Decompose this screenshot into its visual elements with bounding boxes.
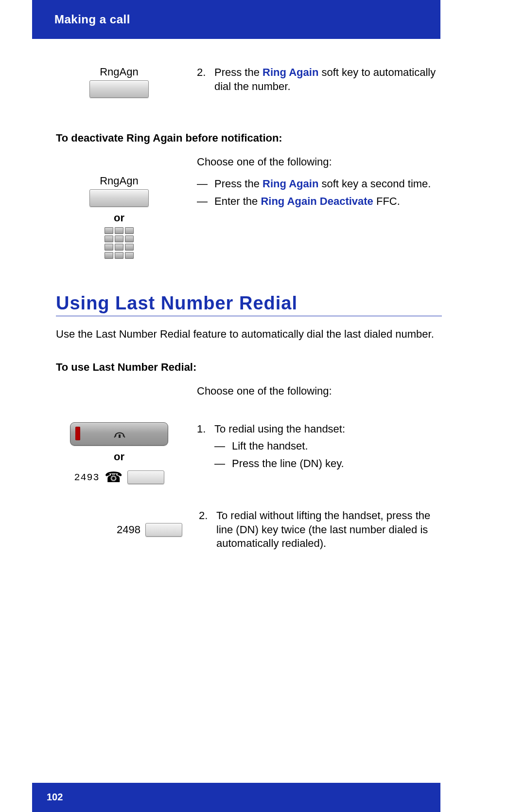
line-button-icon [127,470,164,484]
softkey-illustration: RngAgn [56,66,182,98]
dash-icon: — [197,195,209,209]
lnr-step2-row: 2498 2. To redial without lifting the ha… [56,509,442,551]
section-intro: Use the Last Number Redial feature to au… [56,327,442,342]
line-key-illustration: 2498 [56,509,184,551]
text: Enter the [214,195,261,207]
ring-again-deactivate-link: Ring Again Deactivate [261,195,373,207]
page-number: 102 [47,792,63,803]
choose-text: Choose one of the following: [197,155,442,169]
handset-icon [70,422,168,446]
step-number: 2. [199,509,210,551]
softkey-button-icon [89,189,149,207]
line-number: 2493 [74,472,99,483]
text: soft key a second time. [318,178,431,190]
step-line: 2. Press the Ring Again soft key to auto… [197,66,442,93]
dash-item: — Press the line (DN) key. [214,457,345,471]
step-row: RngAgn 2. Press the Ring Again soft key … [56,66,442,98]
step-number: 2. [197,66,209,93]
deactivate-row: RngAgn or Choose one of the following: — [56,155,442,259]
lnr-step2-text: 2. To redial without lifting the handset… [199,509,442,551]
or-label: or [114,212,124,224]
sub-heading-use-lnr: To use Last Number Redial: [56,361,442,374]
text: To redial using the handset: [214,422,345,436]
dash-item: — Press the Ring Again soft key a second… [197,177,442,191]
svg-rect-0 [119,434,121,438]
dash-item: — Enter the Ring Again Deactivate FFC. [197,195,442,209]
page: Making a call RngAgn 2. Press the Ring A… [0,0,525,812]
text: FFC. [373,195,400,207]
lnr-step1-row: or 2493 ☎ 1. To redial using the handset… [56,422,442,485]
page-title: Making a call [54,13,130,26]
deactivate-text: Choose one of the following: — Press the… [197,155,442,259]
softkey-label: RngAgn [100,175,139,187]
ring-again-link: Ring Again [262,178,318,190]
sub-heading-deactivate: To deactivate Ring Again before notifica… [56,132,442,144]
step-line: 1. To redial using the handset: — Lift t… [197,422,442,475]
dash-body: Enter the Ring Again Deactivate FFC. [214,195,400,209]
dash-item: — Lift the handset. [214,439,345,453]
dash-icon: — [197,177,209,191]
line-number: 2498 [117,523,140,536]
line-button-icon [145,523,182,537]
section-title: Using Last Number Redial [56,293,442,316]
page-content: RngAgn 2. Press the Ring Again soft key … [56,66,442,551]
softkey-label: RngAgn [100,66,139,78]
spacer [56,384,182,398]
text: To redial without lifting the handset, p… [216,509,442,551]
dash-list: — Press the Ring Again soft key a second… [197,177,442,209]
step-body: Press the Ring Again soft key to automat… [214,66,442,93]
ring-again-link: Ring Again [262,66,318,78]
text: Lift the handset. [232,439,308,453]
step-line: 2. To redial without lifting the handset… [199,509,442,551]
dash-icon: — [214,457,226,471]
lnr-step1-text: 1. To redial using the handset: — Lift t… [197,422,442,485]
or-label: or [114,451,124,463]
header-bar: Making a call [32,0,440,39]
text: Press the line (DN) key. [232,457,344,471]
step-text: 2. Press the Ring Again soft key to auto… [197,66,442,98]
nested-list: — Lift the handset. — Press the line (DN… [214,439,345,471]
text: Press the [214,66,262,78]
keypad-icon [105,227,134,259]
softkey-button-icon [89,80,149,98]
footer-bar: 102 [32,783,440,812]
deactivate-illustration: RngAgn or [56,155,182,259]
handset-illustration: or 2493 ☎ [56,422,182,485]
handset-hook-icon [113,428,126,439]
phone-icon: ☎ [105,470,122,485]
choose-text: Choose one of the following: [197,384,442,398]
dash-icon: — [214,439,226,453]
dash-body: Press the Ring Again soft key a second t… [214,177,431,191]
text: Press the [214,178,262,190]
step-body: To redial using the handset: — Lift the … [214,422,345,475]
lnr-choose-row: Choose one of the following: [56,384,442,398]
line-key-illustration: 2493 ☎ [74,470,164,485]
step-number: 1. [197,422,209,475]
